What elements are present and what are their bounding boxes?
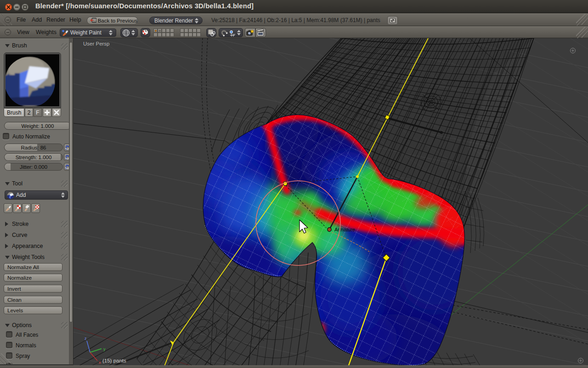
svg-text:x: x	[99, 360, 101, 365]
svg-text:(15) pants: (15) pants	[102, 358, 126, 363]
svg-text:Armature: Armature	[334, 227, 355, 232]
svg-text:y: y	[103, 347, 106, 351]
svg-text:z: z	[85, 336, 87, 341]
svg-text:User Persp: User Persp	[83, 41, 110, 46]
